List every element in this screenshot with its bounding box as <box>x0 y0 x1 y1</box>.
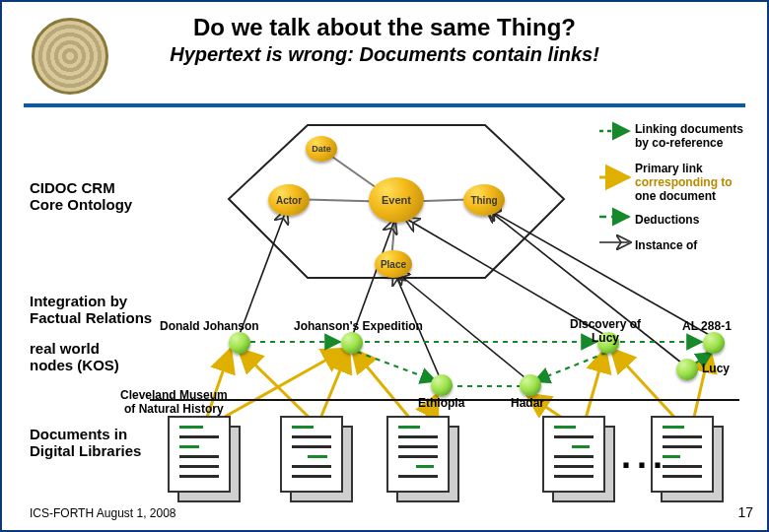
svg-line-19 <box>317 349 349 426</box>
onto-date: Date <box>306 136 337 162</box>
svg-line-20 <box>352 349 416 426</box>
label-expedition: Johanson's Expedition <box>294 319 423 333</box>
node-expedition <box>341 332 363 354</box>
legend-deductions: Deductions <box>635 213 699 227</box>
svg-line-17 <box>209 349 346 426</box>
forth-logo <box>32 18 108 95</box>
onto-actor: Actor <box>268 184 310 216</box>
label-johanson: Donald Johanson <box>160 319 259 333</box>
legend-primary-line2: corresponding to <box>635 175 733 189</box>
label-cleveland: Cleveland Museum of Natural History <box>120 388 228 416</box>
legend-primary-line1: Primary link <box>635 162 703 175</box>
page-number: 17 <box>737 504 753 520</box>
label-integration: Integration by Factual Relations <box>30 293 152 327</box>
onto-thing: Thing <box>463 184 505 216</box>
node-al288 <box>703 332 725 354</box>
doc-2 <box>280 416 353 502</box>
label-ontology: CIDOC CRM Core Ontology <box>30 179 132 214</box>
legend-primary: Primary link corresponding to one docume… <box>635 162 733 203</box>
svg-line-24 <box>611 349 682 426</box>
onto-place: Place <box>375 250 412 278</box>
ellipsis-icon: ... <box>621 435 668 477</box>
doc-3 <box>386 416 459 502</box>
label-realworld: real world nodes (KOS) <box>30 340 119 374</box>
label-hadar: Hadar <box>511 396 544 410</box>
doc-4 <box>542 416 615 502</box>
svg-line-31 <box>534 353 606 381</box>
legend-coref: Linking documents by co-reference <box>635 122 743 150</box>
legend-instance: Instance of <box>635 238 697 252</box>
svg-line-23 <box>584 349 605 426</box>
label-ethiopia: Ethiopia <box>418 396 464 410</box>
label-documents: Documents in Digital Libraries <box>30 426 141 460</box>
slide-subtitle: Hypertext is wrong: Documents contain li… <box>2 43 767 66</box>
node-johanson <box>229 332 250 354</box>
svg-line-18 <box>239 349 317 426</box>
svg-line-25 <box>692 349 710 426</box>
node-hadar <box>520 374 541 396</box>
footer-text: ICS-FORTH August 1, 2008 <box>30 506 176 520</box>
slide-title: Do we talk about the same Thing? <box>2 14 767 41</box>
node-lucy <box>676 359 698 380</box>
label-al288: AL 288-1 <box>682 319 732 333</box>
doc-1 <box>168 416 241 502</box>
label-discovery: Discovery of Lucy <box>570 317 641 345</box>
svg-line-9 <box>239 211 286 337</box>
title-rule <box>24 103 745 107</box>
node-ethiopia <box>431 374 453 396</box>
label-lucy: Lucy <box>702 362 730 375</box>
onto-event: Event <box>369 177 424 223</box>
svg-line-32 <box>357 352 436 381</box>
legend-primary-line3: one document <box>635 189 716 203</box>
